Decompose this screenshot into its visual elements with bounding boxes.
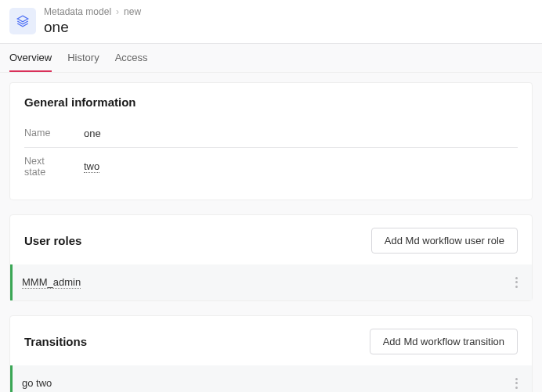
transitions-title: Transitions <box>24 335 87 348</box>
content: General information Name one Next state … <box>0 73 542 392</box>
transitions-card: Transitions Add Md workflow transition g… <box>9 315 533 392</box>
tab-history[interactable]: History <box>67 44 99 72</box>
transition-label[interactable]: go two <box>22 377 52 389</box>
tab-overview[interactable]: Overview <box>9 44 52 72</box>
page-header: Metadata model › new one <box>0 0 542 44</box>
field-next-state-row: Next state two <box>24 148 518 185</box>
page-title: one <box>44 19 141 37</box>
layers-icon <box>16 14 30 28</box>
user-role-row[interactable]: MMM_admin <box>10 264 532 300</box>
field-name-label: Name <box>24 128 68 138</box>
add-user-role-button[interactable]: Add Md workflow user role <box>371 228 518 254</box>
breadcrumb-current: new <box>124 6 141 17</box>
field-name-value: one <box>84 128 101 139</box>
breadcrumb-parent[interactable]: Metadata model <box>44 6 111 17</box>
header-text: Metadata model › new one <box>44 6 141 37</box>
general-information-title: General information <box>24 95 136 109</box>
card-head-user-roles: User roles Add Md workflow user role <box>24 228 518 254</box>
kebab-menu-icon[interactable] <box>512 274 521 291</box>
add-transition-button[interactable]: Add Md workflow transition <box>370 329 518 354</box>
svg-marker-0 <box>17 16 28 22</box>
user-roles-card: User roles Add Md workflow user role MMM… <box>9 214 533 301</box>
model-icon <box>9 8 36 34</box>
field-next-state-value[interactable]: two <box>84 160 99 173</box>
transition-row[interactable]: go two <box>10 365 532 392</box>
tab-access[interactable]: Access <box>115 44 148 72</box>
field-name-row: Name one <box>24 120 518 148</box>
user-roles-title: User roles <box>24 234 81 247</box>
chevron-right-icon: › <box>116 6 119 17</box>
kebab-menu-icon[interactable] <box>512 375 521 392</box>
tabs: Overview History Access <box>0 44 542 73</box>
general-information-card: General information Name one Next state … <box>9 82 533 200</box>
card-head-transitions: Transitions Add Md workflow transition <box>24 329 518 354</box>
field-next-state-label: Next state <box>24 156 68 178</box>
breadcrumb: Metadata model › new <box>44 6 141 17</box>
card-head-general: General information <box>24 95 518 109</box>
user-role-label[interactable]: MMM_admin <box>22 276 81 289</box>
